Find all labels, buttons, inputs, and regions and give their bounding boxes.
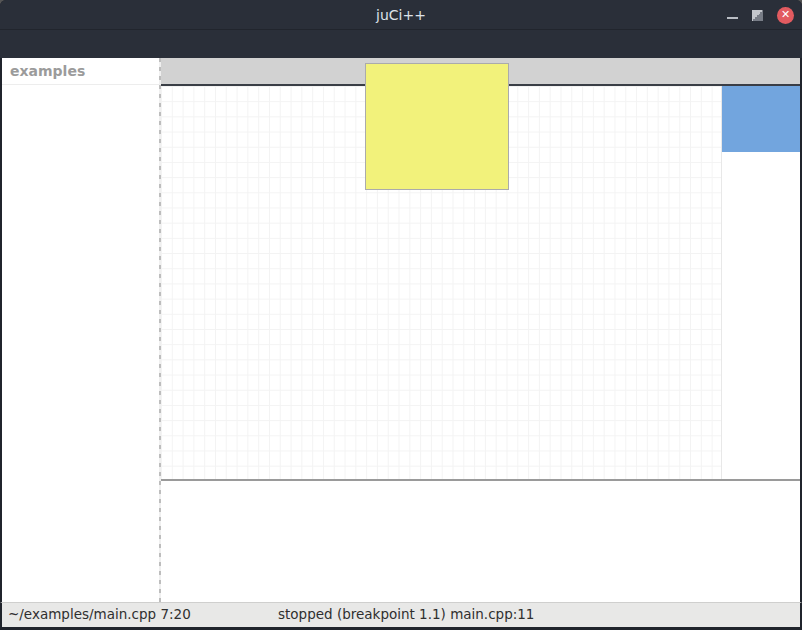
app-window: juCi++ ✕ examples ~/examples/mai <box>0 0 802 630</box>
status-debug-state: stopped (breakpoint 1.1) main.cpp:11 <box>278 603 534 626</box>
titlebar[interactable]: juCi++ ✕ <box>0 0 802 30</box>
editor-pane <box>161 58 800 602</box>
menu-bar <box>0 30 802 58</box>
restore-icon[interactable] <box>752 10 763 21</box>
minimize-icon[interactable] <box>727 17 738 19</box>
window-title: juCi++ <box>0 7 802 23</box>
file-tree-panel: examples <box>2 58 159 602</box>
minimap[interactable] <box>722 86 800 479</box>
minimap-slider[interactable] <box>722 86 800 152</box>
project-name-label: examples <box>2 58 159 85</box>
window-controls: ✕ <box>727 0 794 30</box>
status-bar: ~/examples/main.cpp 7:20 stopped (breakp… <box>0 602 802 627</box>
close-icon[interactable]: ✕ <box>777 7 794 24</box>
debug-value-tooltip <box>365 63 509 190</box>
status-file-position: ~/examples/main.cpp 7:20 <box>8 603 191 626</box>
terminal-output[interactable] <box>161 479 800 602</box>
